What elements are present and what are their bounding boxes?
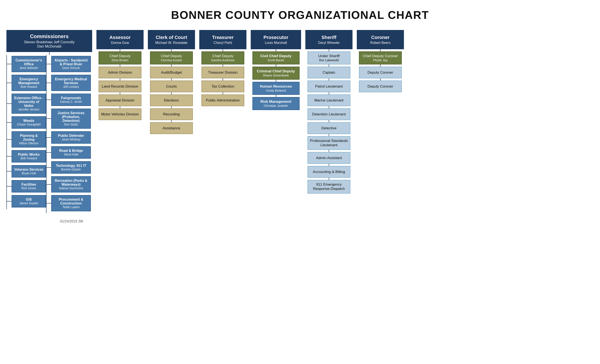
comm-left-item: WeedsChase Youngdahl [12, 116, 46, 129]
commissioners-title: Commissioners [30, 33, 69, 39]
comm-left-item: Public WorksBob Howard [12, 150, 46, 163]
clerk-chief-deputy: Chief Deputy Clorrisa Koster [150, 51, 193, 64]
assessor-box: Assessor Donna Gow [96, 30, 144, 49]
sheriff-under-sheriff: Under Sheriff Ror Lakewold [308, 51, 350, 64]
clerk-sub-item: Elections [150, 94, 193, 106]
assessor-chief-deputy: Chief Deputy Dina Brown [99, 51, 141, 64]
comm-right-item: Road & BridgeSteve Klatt [51, 146, 91, 159]
prosecutor-section: Prosecutor Louis Marshall Civil Chief De… [251, 30, 301, 110]
assessor-sub-item: Admin Division [99, 67, 141, 78]
prosecutor-item: Civil Chief DeputyScott Bauer [253, 51, 300, 64]
sheriff-name: Daryl Wheeler [318, 41, 340, 45]
treasurer-chief-deputy: Chief Deputy Sandra Andrews [201, 51, 244, 64]
comm-left-item: GISJames Snyder [12, 195, 46, 208]
comm-right-item: Technology, 911 ITBonnie Glazier [51, 161, 91, 174]
coroner-title: Coroner [371, 35, 390, 40]
assessor-name: Donna Gow [111, 41, 129, 45]
coroner-chief-deputy: Chief Deputy Coroner Phylis Jay [359, 51, 402, 64]
comm-left-item: Planning & ZoningMilton Ollerton [12, 131, 46, 147]
treasurer-section: Treasurer Cheryl Piehl Chief Deputy Sand… [199, 30, 246, 106]
prosecutor-name: Louis Marshall [265, 41, 287, 45]
coroner-box: Coroner Robert Beers [357, 30, 404, 49]
comm-right-item: FairgroundsDarcey C. Smith [51, 94, 91, 106]
sheriff-sub-item: Admin Assistant [308, 152, 350, 164]
comm-left-item: Commissioner's OfficeJessi Webster [12, 56, 46, 72]
comm-right-item: Justice Services (Probation, Detention)R… [51, 109, 91, 129]
assessor-title: Assessor [109, 35, 131, 40]
sheriff-title: Sheriff [321, 35, 337, 40]
sheriff-sub-item: Detective [308, 122, 350, 134]
sheriff-sub-item: Accounting & Billing [308, 166, 350, 178]
comm-right-item: Public DefenderJanet Whitney [51, 131, 91, 144]
coroner-sub-item: Deputy Coroner [359, 81, 402, 92]
clerk-title: Clerk of Court [156, 35, 187, 40]
comm-right-item: Procurement & ConstructionTeddi Lupton [51, 195, 91, 211]
sheriff-sub-item: Detention Lieutenant [308, 108, 350, 120]
commissioners-section: Commissioners Steven Bradshaw Jeff Conno… [6, 30, 92, 213]
page-title: BONNER COUNTY ORGANIZATIONAL CHART [6, 9, 594, 21]
comm-right-item: Emergency Medical ServicesJeff Lindsey [51, 75, 91, 91]
clerk-section: Clerk of Court Michael W. Rosedale Chief… [148, 30, 195, 134]
coroner-section: Coroner Robert Beers Chief Deputy Corone… [357, 30, 404, 92]
treasurer-sub-item: Public Administration [201, 94, 244, 106]
comm-left-item: Veterans ServicesBryan Hult [12, 165, 46, 178]
commissioners-names: Steven Bradshaw Jeff Connolly Dan McDona… [24, 40, 75, 49]
comm-right-item: Airports - Sandpoint & Priest RiverDave … [51, 56, 91, 72]
assessor-sub-item: Land Records Division [99, 81, 141, 92]
coroner-name: Robert Beers [370, 41, 390, 45]
treasurer-sub-item: Treasurer Division [201, 67, 244, 78]
prosecutor-item: Risk ManagementChristian Jostelin [253, 97, 300, 110]
sheriff-sub-item: Captain [308, 67, 350, 78]
sheriff-sub-item: Marine Lieutenant [308, 94, 350, 106]
sheriff-sub-item: Professional Standards Lieutenant [308, 136, 350, 150]
assessor-section: Assessor Donna Gow Chief Deputy Dina Bro… [96, 30, 144, 120]
footnote: 01/24/2019 JW [60, 219, 594, 223]
clerk-sub-item: Assistance [150, 122, 193, 134]
clerk-sub-item: Audit/Budget [150, 67, 193, 78]
clerk-box: Clerk of Court Michael W. Rosedale [148, 30, 195, 49]
prosecutor-box: Prosecutor Louis Marshall [251, 30, 301, 49]
comm-left-item: Emergency ManagementBob Howard [12, 75, 46, 91]
assessor-sub-item: Motor Vehicles Division [99, 108, 141, 120]
sheriff-sub-item: 911 Emergency Response-Dispatch [308, 180, 350, 194]
prosecutor-title: Prosecutor [263, 35, 288, 40]
prosecutor-item: Human ResourcesCindy Binkerd [253, 82, 300, 95]
prosecutor-item: Criminal Chief DeputyShane Greenbank [253, 67, 300, 80]
treasurer-sub-item: Tax Collection [201, 81, 244, 92]
commissioners-box: Commissioners Steven Bradshaw Jeff Conno… [6, 30, 92, 52]
assessor-sub-item: Appraisal Division [99, 94, 141, 106]
coroner-sub-item: Deputy Coroner [359, 67, 402, 78]
comm-left-item: FacilitiesRick Dreier [12, 180, 46, 192]
clerk-name: Michael W. Rosedale [155, 41, 188, 45]
sheriff-box: Sheriff Daryl Wheeler [305, 30, 353, 49]
comm-right-item: Recreation (Parks & Waterways)Nathan Dem… [51, 176, 91, 192]
sheriff-sub-item: Patrol Lieutenant [308, 81, 350, 92]
org-chart: Commissioners Steven Bradshaw Jeff Conno… [6, 30, 594, 213]
clerk-sub-item: Courts [150, 81, 193, 92]
sheriff-section: Sheriff Daryl Wheeler Under Sheriff Ror … [305, 30, 353, 194]
comm-left-item: Extension Office - University of IdahoJe… [12, 94, 46, 114]
treasurer-name: Cheryl Piehl [214, 41, 232, 45]
clerk-sub-item: Recording [150, 108, 193, 120]
treasurer-box: Treasurer Cheryl Piehl [199, 30, 246, 49]
treasurer-title: Treasurer [212, 35, 234, 40]
